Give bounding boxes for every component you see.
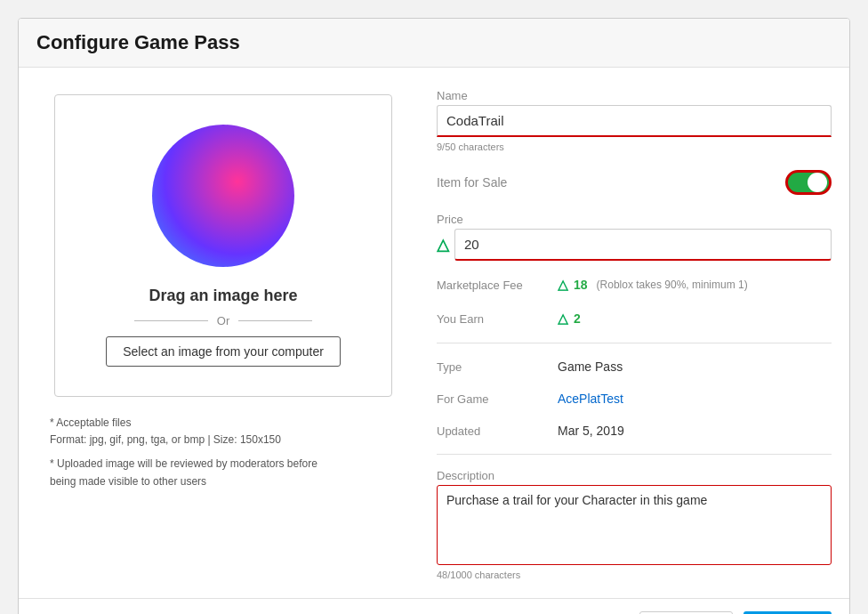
marketplace-fee-value: 18	[574, 278, 588, 292]
divider2	[437, 454, 832, 455]
dialog-footer: Cancel Save	[19, 598, 849, 614]
file-notes-line5: being made visible to other users	[50, 473, 317, 490]
file-notes: * Acceptable files Format: jpg, gif, png…	[45, 415, 317, 490]
description-textarea[interactable]	[437, 485, 832, 565]
robux-icon-price: △	[437, 235, 449, 254]
file-notes-line4: * Uploaded image will be reviewed by mod…	[50, 456, 317, 473]
price-label: Price	[437, 213, 832, 226]
right-panel: Name 9/50 characters Item for Sale Price…	[437, 85, 832, 580]
you-earn-label: You Earn	[437, 312, 552, 326]
dialog-header: Configure Game Pass	[19, 19, 849, 68]
marketplace-fee-label: Marketplace Fee	[437, 279, 552, 292]
marketplace-fee-row: Marketplace Fee △ 18 (Roblox takes 90%, …	[437, 275, 832, 295]
item-for-sale-row: Item for Sale	[437, 166, 832, 198]
preview-image	[152, 125, 294, 267]
select-image-button[interactable]: Select an image from your computer	[106, 336, 341, 367]
updated-row: Updated Mar 5, 2019	[437, 422, 832, 440]
name-char-count: 9/50 characters	[437, 141, 832, 152]
price-input[interactable]	[454, 229, 832, 261]
description-field-group: Description 48/1000 characters	[437, 469, 832, 580]
for-game-label: For Game	[437, 392, 552, 406]
divider	[437, 343, 832, 343]
configure-game-pass-dialog: Configure Game Pass Drag an image here O…	[18, 18, 850, 614]
type-label: Type	[437, 360, 552, 374]
file-notes-line1: * Acceptable files	[50, 415, 317, 432]
for-game-row: For Game AcePlatTest	[437, 390, 832, 408]
drag-text: Drag an image here	[149, 287, 297, 305]
marketplace-fee-note: (Roblox takes 90%, minimum 1)	[597, 279, 748, 291]
left-panel: Drag an image here Or Select an image fr…	[36, 85, 410, 580]
dialog-title: Configure Game Pass	[36, 31, 832, 54]
or-divider: Or	[134, 314, 312, 327]
description-char-count: 48/1000 characters	[437, 570, 832, 580]
price-field-group: Price △	[437, 213, 832, 261]
item-for-sale-label: Item for Sale	[437, 175, 507, 190]
name-label: Name	[437, 89, 832, 102]
price-row: △	[437, 229, 832, 261]
image-drop-zone[interactable]: Drag an image here Or Select an image fr…	[54, 94, 392, 397]
updated-label: Updated	[437, 424, 552, 438]
dialog-body: Drag an image here Or Select an image fr…	[19, 68, 849, 598]
for-game-value[interactable]: AcePlatTest	[558, 392, 623, 406]
toggle-knob	[808, 173, 827, 192]
you-earn-value: 2	[574, 311, 581, 326]
type-value: Game Pass	[558, 360, 623, 374]
updated-value: Mar 5, 2019	[558, 424, 624, 438]
name-input[interactable]	[437, 105, 832, 137]
you-earn-row: You Earn △ 2	[437, 309, 832, 328]
robux-icon-fee: △	[558, 277, 568, 293]
type-row: Type Game Pass	[437, 358, 832, 376]
file-notes-line2: Format: jpg, gif, png, tga, or bmp | Siz…	[50, 432, 317, 448]
name-field-group: Name 9/50 characters	[437, 89, 832, 152]
robux-icon-earn: △	[558, 311, 568, 327]
item-for-sale-toggle[interactable]	[785, 170, 832, 195]
description-label: Description	[437, 469, 832, 482]
